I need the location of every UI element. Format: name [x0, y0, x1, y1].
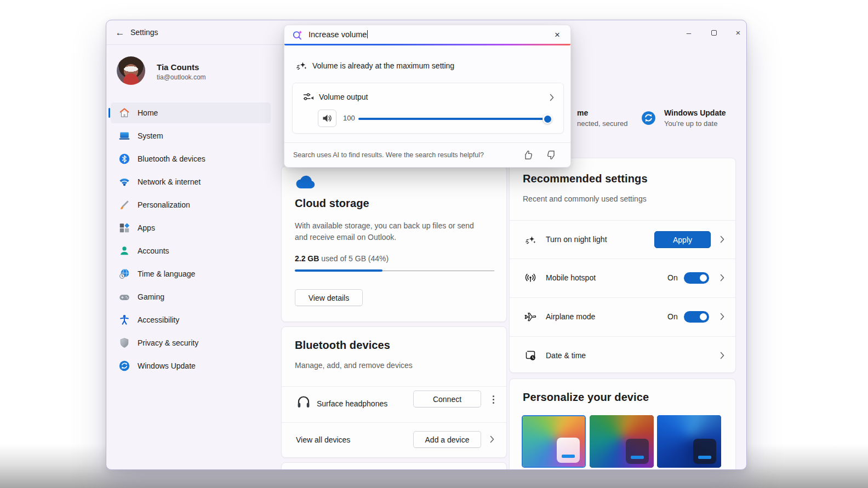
ai-search-icon	[292, 29, 304, 41]
storage-used-suffix: used of 5 GB (44%)	[319, 254, 389, 263]
speaker-icon	[322, 113, 333, 123]
thumbs-down-icon[interactable]	[545, 149, 557, 161]
sidebar-nav: Home System Bluetooth & devices Network …	[111, 102, 271, 378]
network-name-fragment: me	[577, 108, 588, 117]
settings-window: ← Settings – × Tia Counts tia@outlook.co…	[106, 20, 747, 470]
calendar-clock-icon	[524, 349, 537, 362]
card-title: Cloud storage	[295, 197, 369, 210]
toggle-knob	[700, 274, 707, 282]
back-button[interactable]: ←	[113, 26, 127, 39]
ai-sparkle-icon	[524, 233, 537, 246]
card-title: Bluetooth devices	[295, 339, 390, 352]
volume-output-label: Volume output	[319, 93, 368, 101]
windows-update-status-icon	[641, 111, 656, 125]
device-name: Surface headphones	[317, 399, 387, 408]
view-all-devices-link[interactable]: View all devices	[296, 435, 350, 444]
paintbrush-icon	[118, 199, 130, 211]
maximize-button[interactable]	[706, 28, 722, 39]
search-gradient-underline	[284, 44, 570, 45]
volume-output-card[interactable]: Volume output 100	[292, 83, 564, 134]
apply-button[interactable]: Apply	[654, 231, 711, 248]
window-title: Settings	[130, 28, 158, 37]
sidebar-item-privacy-security[interactable]: Privacy & security	[111, 332, 271, 353]
slider-thumb[interactable]	[542, 114, 552, 124]
hotspot-toggle[interactable]	[684, 272, 709, 284]
volume-mixer-icon	[302, 90, 315, 104]
sidebar-item-network-internet[interactable]: Network & internet	[111, 171, 271, 192]
sidebar-item-personalization[interactable]: Personalization	[111, 194, 271, 215]
add-device-button[interactable]: Add a device	[413, 431, 481, 448]
chevron-right-icon[interactable]	[490, 435, 494, 443]
shield-icon	[118, 337, 130, 349]
more-options-icon[interactable]	[489, 394, 498, 405]
sidebar-item-label: Home	[138, 108, 158, 117]
volume-slider[interactable]	[358, 118, 548, 120]
airplane-mode-row[interactable]: Airplane mode On	[510, 297, 735, 336]
row-label: Airplane mode	[546, 312, 595, 321]
partial-card	[281, 462, 507, 470]
sidebar-item-label: Privacy & security	[138, 338, 198, 347]
profile-name: Tia Counts	[157, 62, 199, 72]
mobile-hotspot-row[interactable]: Mobile hotspot On	[510, 259, 735, 297]
theme-preview-window	[626, 439, 649, 464]
close-button[interactable]: ×	[730, 28, 746, 39]
divider	[282, 386, 506, 387]
accessibility-icon	[118, 314, 130, 326]
theme-thumbnail-dark[interactable]	[590, 415, 654, 468]
search-flyout: Increase volume × Volume is already at t…	[284, 25, 571, 168]
minimize-button[interactable]: –	[681, 28, 697, 39]
sidebar-item-bluetooth-devices[interactable]: Bluetooth & devices	[111, 148, 271, 169]
chevron-right-icon[interactable]	[550, 94, 554, 101]
search-bar[interactable]: Increase volume ×	[284, 25, 570, 44]
divider	[284, 142, 570, 143]
sidebar-item-label: System	[138, 131, 163, 140]
thumbs-up-icon[interactable]	[522, 149, 534, 161]
search-input[interactable]: Increase volume	[309, 30, 368, 39]
sidebar-item-windows-update[interactable]: Windows Update	[111, 355, 271, 376]
progress-fill	[295, 269, 382, 272]
gamepad-icon	[118, 291, 130, 303]
account-profile[interactable]: Tia Counts tia@outlook.com	[117, 56, 276, 87]
sidebar-item-gaming[interactable]: Gaming	[111, 286, 271, 307]
cloud-icon	[295, 174, 317, 190]
slider-fill	[358, 118, 548, 120]
cloud-description: With available storage, you can back up …	[295, 220, 488, 243]
speaker-mute-button[interactable]	[318, 110, 336, 127]
sidebar-item-time-language[interactable]: Time & language	[111, 263, 271, 284]
sidebar-item-home[interactable]: Home	[111, 102, 271, 123]
storage-used-value: 2.2 GB	[295, 254, 319, 263]
ai-sparkle-icon	[295, 59, 308, 72]
sidebar-item-label: Personalization	[138, 200, 190, 209]
sidebar-item-apps[interactable]: Apps	[111, 217, 271, 238]
search-close-icon[interactable]: ×	[551, 28, 564, 42]
airplane-toggle[interactable]	[684, 311, 709, 323]
theme-thumbnail-blue[interactable]	[657, 415, 721, 468]
text-caret	[367, 30, 368, 38]
sidebar-item-accounts[interactable]: Accounts	[111, 240, 271, 261]
sidebar-item-label: Time & language	[138, 269, 195, 278]
bluetooth-icon	[118, 153, 130, 165]
chevron-right-icon	[720, 352, 724, 359]
toggle-knob	[700, 313, 707, 320]
network-status-fragment: nected, secured	[577, 119, 628, 128]
desktop: ← Settings – × Tia Counts tia@outlook.co…	[0, 0, 868, 488]
search-footer-text: Search uses AI to find results. Were the…	[293, 151, 484, 159]
avatar	[117, 56, 145, 85]
view-details-button[interactable]: View details	[295, 289, 363, 306]
sidebar-item-system[interactable]: System	[111, 125, 271, 146]
personalize-card: Personalize your device	[509, 378, 736, 470]
date-time-row[interactable]: Date & time	[510, 336, 735, 375]
toggle-state-label: On	[667, 273, 678, 282]
apps-icon	[118, 222, 130, 234]
sidebar-item-accessibility[interactable]: Accessibility	[111, 309, 271, 330]
airplane-icon	[524, 310, 537, 323]
storage-progress-bar	[295, 269, 494, 272]
cloud-storage-card: Cloud storage With available storage, yo…	[281, 166, 507, 322]
row-label: Turn on night light	[546, 235, 607, 244]
theme-thumbnail-light-selected[interactable]	[522, 415, 586, 468]
wifi-icon	[118, 176, 130, 188]
night-light-row[interactable]: Turn on night light Apply	[510, 220, 735, 259]
card-subtitle: Manage, add, and remove devices	[295, 361, 413, 370]
windows-update-status-title: Windows Update	[664, 108, 726, 117]
connect-button[interactable]: Connect	[413, 391, 481, 407]
